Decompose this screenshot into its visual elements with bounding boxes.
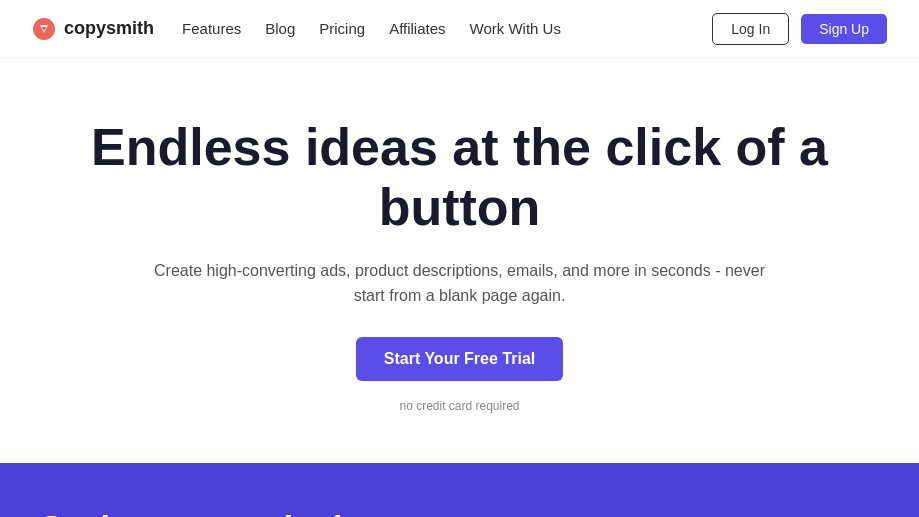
login-button[interactable]: Log In — [712, 13, 789, 45]
copysmith-logo-icon — [32, 17, 56, 41]
hero-subtext: Create high-converting ads, product desc… — [150, 258, 770, 309]
nav-item-work[interactable]: Work With Us — [470, 20, 561, 38]
logo[interactable]: copysmith — [32, 17, 154, 41]
logo-text: copysmith — [64, 18, 154, 39]
nav-links: Features Blog Pricing Affiliates Work Wi… — [182, 20, 561, 38]
nav-item-blog[interactable]: Blog — [265, 20, 295, 38]
navbar: copysmith Features Blog Pricing Affiliat… — [0, 0, 919, 58]
nav-item-affiliates[interactable]: Affiliates — [389, 20, 445, 38]
hero-heading: Endless ideas at the click of a button — [80, 118, 840, 238]
navbar-right: Log In Sign Up — [712, 13, 887, 45]
hero-cta-area: Start Your Free Trial no credit card req… — [40, 337, 879, 413]
start-trial-button[interactable]: Start Your Free Trial — [356, 337, 563, 381]
navbar-left: copysmith Features Blog Pricing Affiliat… — [32, 17, 561, 41]
features-section: Scale your marketing content infinite ti… — [0, 463, 919, 517]
signup-button[interactable]: Sign Up — [801, 14, 887, 44]
features-heading: Scale your marketing content infinite ti… — [40, 507, 460, 517]
nav-item-features[interactable]: Features — [182, 20, 241, 38]
hero-section: Endless ideas at the click of a button C… — [0, 58, 919, 463]
no-credit-text: no credit card required — [40, 399, 879, 413]
nav-item-pricing[interactable]: Pricing — [319, 20, 365, 38]
